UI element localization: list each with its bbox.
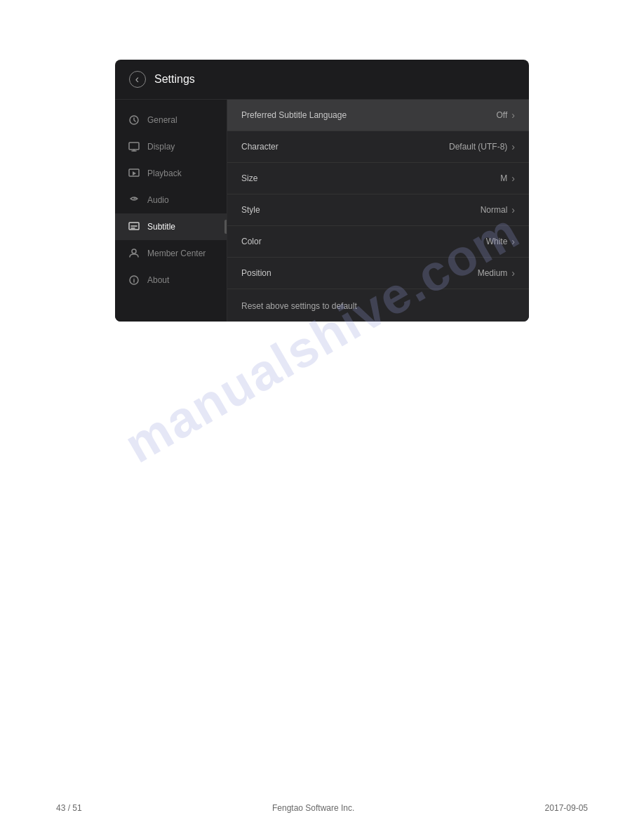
footer-page: 43 / 51 — [56, 803, 82, 813]
position-label: Position — [241, 268, 271, 278]
chevron-icon-1: › — [511, 141, 515, 152]
playback-icon — [128, 167, 140, 180]
about-icon — [128, 274, 140, 286]
active-indicator — [224, 220, 227, 234]
size-value: M › — [500, 173, 515, 184]
sidebar: General Display Playback — [115, 100, 227, 322]
svg-marker-5 — [133, 171, 136, 176]
content-area: General Display Playback — [115, 100, 529, 322]
footer-date: 2017-09-05 — [545, 803, 588, 813]
page-wrapper: Settings General Display — [0, 0, 644, 834]
svg-rect-1 — [129, 143, 139, 150]
sidebar-item-subtitle[interactable]: Subtitle — [115, 213, 227, 240]
sidebar-item-display[interactable]: Display — [115, 133, 227, 160]
sidebar-item-member[interactable]: Member Center — [115, 240, 227, 267]
subtitle-language-row[interactable]: Preferred Subtitle Language Off › — [227, 100, 529, 131]
subtitle-icon — [128, 220, 140, 233]
character-row[interactable]: Character Default (UTF-8) › — [227, 131, 529, 163]
sidebar-label-general: General — [147, 115, 177, 125]
subtitle-language-label: Preferred Subtitle Language — [241, 110, 347, 120]
color-value: White › — [486, 236, 515, 247]
position-value: Medium › — [478, 267, 515, 279]
svg-point-9 — [132, 249, 136, 253]
display-icon — [128, 140, 140, 153]
sidebar-label-display: Display — [147, 142, 175, 152]
subtitle-language-value: Off › — [497, 110, 515, 121]
back-button[interactable] — [129, 71, 146, 88]
title-bar: Settings — [115, 60, 529, 100]
style-label: Style — [241, 205, 260, 215]
size-row[interactable]: Size M › — [227, 163, 529, 194]
footer: 43 / 51 Fengtao Software Inc. 2017-09-05 — [0, 803, 644, 813]
chevron-icon-3: › — [511, 204, 515, 216]
sidebar-label-member: Member Center — [147, 249, 206, 258]
reset-row[interactable]: Reset above settings to default — [227, 289, 529, 322]
chevron-icon-0: › — [511, 110, 515, 121]
sidebar-item-general[interactable]: General — [115, 107, 227, 133]
right-panel: Preferred Subtitle Language Off › Charac… — [227, 100, 529, 322]
sidebar-label-about: About — [147, 275, 169, 285]
sidebar-label-playback: Playback — [147, 168, 182, 178]
position-row[interactable]: Position Medium › — [227, 258, 529, 289]
sidebar-item-about[interactable]: About — [115, 267, 227, 293]
sidebar-label-audio: Audio — [147, 195, 169, 205]
style-row[interactable]: Style Normal › — [227, 194, 529, 226]
color-row[interactable]: Color White › — [227, 226, 529, 258]
chevron-icon-5: › — [511, 267, 515, 279]
color-label: Color — [241, 237, 262, 246]
character-value: Default (UTF-8) › — [449, 141, 515, 152]
character-label: Character — [241, 142, 279, 152]
reset-label: Reset above settings to default — [241, 301, 357, 311]
chevron-icon-2: › — [511, 173, 515, 184]
chevron-icon-4: › — [511, 236, 515, 247]
member-icon — [128, 247, 140, 260]
size-label: Size — [241, 173, 257, 183]
sidebar-item-audio[interactable]: Audio — [115, 187, 227, 213]
sidebar-label-subtitle: Subtitle — [147, 222, 175, 232]
style-value: Normal › — [481, 204, 515, 216]
clock-icon — [128, 114, 140, 126]
svg-point-12 — [134, 278, 135, 279]
sidebar-item-playback[interactable]: Playback — [115, 160, 227, 187]
page-title: Settings — [154, 73, 195, 86]
audio-icon — [128, 194, 140, 206]
footer-company: Fengtao Software Inc. — [272, 803, 354, 813]
settings-window: Settings General Display — [115, 60, 529, 322]
